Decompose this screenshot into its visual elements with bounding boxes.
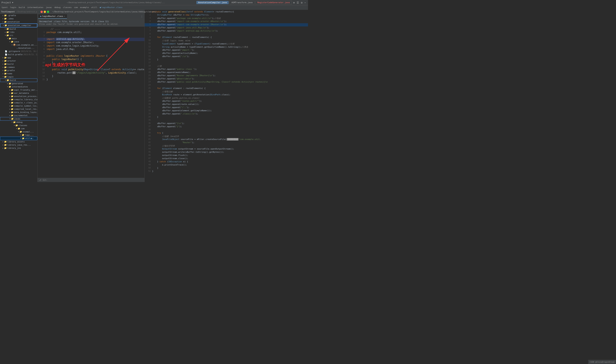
bc-intermediates[interactable]: intermediates — [27, 6, 43, 9]
top-bar-left: Project ▼ — [1, 1, 35, 4]
right-code-line: 10 //分类 login、home、mine — [145, 39, 308, 42]
bc-file[interactable]: ●loginRouter.class — [100, 6, 122, 9]
sidebar-item-build[interactable]: ▶ 📁 build — [0, 27, 37, 31]
sidebar-item-annotation-proc[interactable]: ▶ 📁 annotation_process... — [0, 95, 37, 98]
sidebar-item-arouter[interactable]: ▶ 📁 arouter — [0, 59, 37, 63]
sidebar-title: TestCompont — [1, 11, 15, 13]
sidebar-item-gradle2[interactable]: ▶ 📁 gradle — [0, 69, 37, 72]
bc-com[interactable]: com — [74, 6, 78, 9]
tab-asm-transform[interactable]: ASMTransform.java — [229, 1, 255, 4]
sidebar-item-annotation-java[interactable]: ☕ Annotation... — [0, 47, 37, 50]
sidebar-item-gradle[interactable]: ▶ 📁 .gradle — [0, 14, 37, 17]
tab-menu-button[interactable]: ⋮ — [140, 15, 144, 18]
sidebar-item-classes[interactable]: ▼ 📁 classes — [0, 124, 37, 127]
minimize-button[interactable] — [44, 11, 46, 13]
right-code-line: 20 sBuffer.append(moduleName); — [145, 71, 308, 74]
right-code-line: 44 OutputStream outputStream = sourceFil… — [145, 148, 308, 151]
sidebar-item-lib-jni[interactable]: ▶ 📁 library_jni — [0, 146, 37, 150]
right-code-line: 15 sBuffer.append(";\n"); — [145, 55, 308, 58]
folder-icon: 📁 — [4, 60, 7, 62]
bc-javac[interactable]: javac — [46, 6, 52, 9]
sidebar-item-javac[interactable]: ▼ 📁 javac — [0, 117, 37, 121]
sidebar-item-compile-sym[interactable]: ▶ 📁 compile_symbol_lis... — [0, 104, 37, 107]
sidebar-item-gitignore[interactable]: 📄 .gitignore 2023/8/13, 16:39: — [0, 50, 37, 53]
sidebar-item-util[interactable]: ▼ 📁 util ● ○ — [0, 137, 37, 140]
sidebar-item-logi[interactable]: ▼ 📁 logi... — [0, 133, 37, 137]
sidebar: TestCompont ~/Desktop/android_project/Te… — [0, 10, 38, 182]
project-label[interactable]: Project — [1, 1, 11, 4]
toolbar-icon-1[interactable]: ⊕ — [293, 1, 295, 4]
sidebar-item-annotation[interactable]: ▶ 📁 annotation — [0, 20, 37, 24]
right-code-line: 40 //创建 Java文件 — [145, 135, 308, 138]
close-button[interactable] — [40, 11, 43, 13]
sidebar-item-example[interactable]: ▼ 📁 exampl... — [0, 130, 37, 133]
right-code-line: 41 JavaFileObject sourceFile = mFiler.cr… — [145, 138, 308, 141]
sidebar-item-build2[interactable]: ▶ 📁 build — [0, 63, 37, 66]
sidebar-item-lib-java[interactable]: ▶ 📁 library_java_res... — [0, 143, 37, 146]
right-code-line: 16 } — [145, 58, 308, 62]
bc-build[interactable]: build — [19, 6, 25, 9]
tab-login-router[interactable]: ● loginRouter.class × — [38, 14, 67, 19]
arrow-icon: ▼ — [20, 134, 21, 136]
folder-icon: 📁 — [4, 24, 7, 27]
code-line: 2 — [38, 34, 144, 38]
sidebar-item-compile-r[interactable]: ▶ 📁 compile_r_class_ja... — [0, 101, 37, 104]
bc-example[interactable]: example — [80, 6, 89, 9]
center-panel-wrapper: ~/Desktop/android_project/TestCompont/lo… — [38, 10, 144, 182]
right-code-line: 18 //类 — [145, 65, 308, 68]
notice-sub: Files under the "build" folder are gener… — [39, 23, 142, 25]
bc-tpont[interactable]: tpont — [1, 6, 8, 9]
toolbar-icon-2[interactable]: ☰ — [296, 1, 300, 4]
sidebar-item-idea[interactable]: ▶ 📁 .idea — [0, 17, 37, 20]
sidebar-item-package[interactable]: ▼ 📦 com.example.an... — [0, 43, 37, 47]
sidebar-item-src[interactable]: ▼ 📁 src — [0, 34, 37, 37]
right-code-editor[interactable]: 1 private void generatedClass(Set<? exte… — [145, 10, 308, 182]
tab-annotation-compiler[interactable]: AnnotationCompiler.java — [196, 1, 229, 4]
sidebar-item-generated[interactable]: ▶ 📁 generated — [0, 82, 37, 85]
folder-icon: 📁 — [15, 124, 18, 127]
toolbar-icon-4[interactable]: − — [304, 1, 307, 4]
bc-classes[interactable]: classes — [63, 6, 71, 9]
maximize-button[interactable] — [47, 11, 49, 13]
sidebar-item-java[interactable]: ▼ 📁 java — [0, 40, 37, 43]
sidebar-item-build-gradle[interactable]: 📄 build.gradle 2023/8/13, 22: — [0, 53, 37, 56]
sidebar-item-com[interactable]: ▼ 📁 com — [0, 127, 37, 130]
folder-icon: 📁 — [6, 34, 9, 37]
toolbar-icon-3[interactable]: ⚙ — [300, 1, 303, 4]
sidebar-item-databinding[interactable]: ▶ 📁 data_binding_layou... — [0, 111, 37, 114]
sidebar-path: ~/Desktop/android_project/TestCompont — [15, 11, 38, 13]
arrow-icon: ▶ — [9, 89, 10, 91]
sidebar-item-intermediates[interactable]: ▼ 📁 intermediates — [0, 85, 37, 88]
sidebar-item-incremental[interactable]: ▶ 📁 incremental — [0, 114, 37, 117]
sidebar-item-libs[interactable]: ▶ 📁 libs — [0, 31, 37, 34]
sidebar-item-annotation-compiler[interactable]: ▼ 📁 annotation_compiler — [0, 24, 37, 27]
git-label: Git: — [43, 179, 47, 181]
bc-login[interactable]: login — [10, 6, 16, 9]
sidebar-item-main[interactable]: ▼ 📁 main — [0, 37, 37, 40]
sidebar-item-login[interactable]: ▼ 📁 login — [0, 75, 37, 78]
sidebar-item-aapt[interactable]: ▶ 📁 aapt_friendly_mer... — [0, 88, 37, 91]
right-code-line: 46 outputStream.flush(); — [145, 154, 308, 157]
sidebar-item-app[interactable]: ▶ 📁 app — [0, 56, 37, 59]
folder-icon: 📁 — [9, 82, 11, 85]
tab-register-generator[interactable]: RegisterCodeGenerator.java — [256, 1, 292, 4]
util-indicator: ○ — [32, 137, 33, 139]
sidebar-item-debug[interactable]: ▼ 📁 debug — [0, 121, 37, 124]
bc-util[interactable]: utill — [91, 6, 97, 9]
arrow-icon: ▼ — [12, 44, 13, 46]
sidebar-item-home[interactable]: ▶ 📁 home — [0, 72, 37, 75]
tab-close-icon[interactable]: × — [64, 15, 65, 17]
sidebar-item-lib-assets[interactable]: ▶ 📁 library_assets — [0, 140, 37, 143]
sidebar-item-aar[interactable]: ▶ 📁 aar_metadata — [0, 91, 37, 95]
arrow-icon: ▶ — [9, 108, 10, 110]
code-editor-center[interactable]: apt 生成的字节码文件 // .... 1 package com.examp… — [38, 26, 144, 178]
code-line: 9 public loginRouter() { — [38, 58, 144, 61]
sidebar-item-common[interactable]: ▶ 📁 common — [0, 66, 37, 69]
dropdown-arrow-icon[interactable]: ▼ — [12, 1, 13, 4]
sidebar-item-login-build[interactable]: ▼ 📁 build — [0, 78, 37, 82]
sidebar-item-compiled-local[interactable]: ▶ 📁 compiled_local_res... — [0, 107, 37, 111]
right-code-line: 4 sBuffer.append("import com.example.aro… — [145, 20, 308, 23]
bc-debug[interactable]: debug — [54, 6, 61, 9]
right-code-line: 13 sBuffer.append("import "); — [145, 49, 308, 52]
sidebar-item-compile-lib[interactable]: ▶ 📁 compile_library_cla... — [0, 98, 37, 101]
